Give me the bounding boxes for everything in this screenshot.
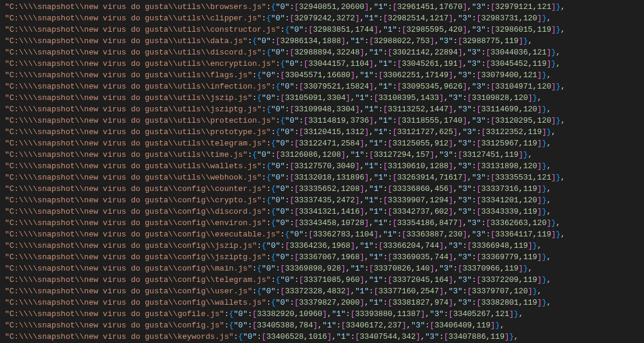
num-value: 119 [523, 139, 537, 148]
num-value: 1312 [346, 128, 364, 136]
num-value: 131896 [336, 173, 364, 182]
num-value: 33108395 [378, 93, 415, 102]
num-value: 33062251 [383, 71, 420, 80]
open-bracket: [ [383, 196, 388, 205]
offset-key: "0" [262, 93, 275, 102]
file-path-key: "C:\\\\snapshot\\new virus do gusta\\con… [5, 207, 266, 216]
num-value: 33114699 [481, 105, 518, 114]
num-value: 33364117 [495, 230, 532, 239]
num-value: 33377160 [378, 287, 415, 296]
num-value: 120 [537, 82, 551, 91]
num-value: 119 [523, 184, 537, 193]
num-value: 2584 [341, 139, 360, 148]
offset-key: "0" [262, 71, 275, 80]
num-value: 10728 [341, 218, 364, 227]
num-value: 119 [505, 37, 518, 45]
file-path-key: "C:\\\\snapshot\\new virus do gusta\\con… [5, 196, 262, 205]
num-value: 11387 [397, 309, 420, 318]
num-value: 1294 [430, 196, 448, 205]
num-value: 1433 [420, 93, 439, 102]
close-brace: } [533, 287, 537, 296]
num-value: 960 [346, 275, 360, 284]
file-path-key: "C:\\\\snapshot\\new virus do gusta\\uti… [5, 14, 262, 23]
file-path-key: "C:\\\\snapshot\\new virus do gusta\\con… [5, 218, 266, 227]
open-bracket: [ [290, 196, 294, 205]
num-value: 33372328 [285, 287, 322, 296]
offset-key: "3" [458, 298, 472, 307]
open-bracket: [ [402, 230, 406, 239]
close-bracket: ] [448, 253, 453, 262]
open-bracket: [ [402, 25, 406, 34]
offset-key: "0" [276, 253, 290, 262]
num-value: 33109948 [294, 105, 332, 114]
close-bracket: ] [360, 253, 364, 262]
file-path-key: "C:\\\\snapshot\\new virus do gusta\\con… [5, 230, 280, 239]
offset-key: "3" [463, 128, 476, 136]
code-line: "C:\\\\snapshot\\new virus do gusta\\uti… [5, 13, 639, 24]
open-bracket: [ [476, 298, 481, 307]
offset-key: "0" [257, 37, 271, 45]
offset-key: "1" [364, 162, 378, 171]
close-bracket: ] [448, 184, 453, 193]
close-bracket: ] [463, 25, 467, 34]
num-value: 33045261 [402, 59, 439, 68]
offset-key: "3" [425, 332, 439, 341]
offset-key: "1" [369, 298, 383, 307]
num-value: 33369779 [481, 253, 518, 262]
num-value: 33369035 [393, 253, 430, 262]
num-value: 33372209 [481, 275, 518, 284]
num-value: 784 [299, 321, 313, 330]
offset-key: "3" [458, 162, 472, 171]
num-value: 33382920 [257, 309, 294, 318]
close-bracket: ] [355, 162, 360, 171]
num-value: 120 [537, 116, 551, 125]
code-line: "C:\\\\snapshot\\new virus do gusta\\con… [5, 195, 639, 206]
offset-key: "0" [276, 298, 290, 307]
offset-key: "0" [276, 207, 290, 216]
file-path-key: "C:\\\\snapshot\\new virus do gusta\\uti… [5, 150, 248, 159]
code-line: "C:\\\\snapshot\\new virus do gusta\\con… [5, 217, 639, 229]
offset-key: "1" [378, 116, 392, 125]
num-value: 33379827 [299, 298, 336, 307]
close-bracket: ] [341, 37, 346, 45]
open-brace: { [266, 48, 271, 57]
close-bracket: ] [448, 105, 453, 114]
open-brace: { [271, 253, 276, 262]
offset-key: "1" [373, 218, 387, 227]
close-bracket: ] [448, 207, 453, 216]
offset-key: "0" [271, 105, 285, 114]
close-brace: } [533, 241, 537, 250]
code-line: "C:\\\\snapshot\\new virus do gusta\\uti… [5, 149, 639, 160]
open-bracket: [ [294, 298, 299, 307]
num-value: 119 [476, 321, 490, 330]
offset-key: "3" [458, 275, 472, 284]
offset-key: "1" [378, 59, 392, 68]
num-value: 33364236 [290, 241, 327, 250]
offset-key: "1" [350, 264, 364, 273]
num-value: 119 [505, 150, 518, 159]
offset-key: "1" [383, 230, 397, 239]
file-path-key: "C:\\\\snapshot\\new virus do gusta\\uti… [5, 25, 280, 34]
num-value: 15824 [346, 82, 369, 91]
num-value: 120 [523, 105, 537, 114]
offset-key: "1" [332, 309, 345, 318]
num-value: 33125055 [393, 139, 430, 148]
offset-key: "0" [276, 2, 290, 11]
offset-key: "1" [355, 93, 369, 102]
num-value: 33045452 [491, 59, 528, 68]
open-bracket: [ [294, 184, 299, 193]
num-value: 33104971 [495, 82, 532, 91]
num-value: 33335652 [299, 184, 336, 193]
offset-key: "3" [458, 184, 472, 193]
offset-key: "3" [439, 264, 453, 273]
offset-key: "1" [369, 48, 383, 57]
num-value: 33406409 [435, 321, 472, 330]
num-value: 140 [416, 264, 430, 273]
code-line: "C:\\\\snapshot\\new virus do gusta\\uti… [5, 69, 639, 81]
offset-key: "1" [336, 332, 350, 341]
open-bracket: [ [290, 14, 294, 23]
offset-key: "1" [369, 207, 383, 216]
code-line: "C:\\\\snapshot\\new virus do gusta\\uti… [5, 104, 639, 115]
close-brace: } [551, 59, 556, 68]
num-value: 33125967 [481, 139, 518, 148]
